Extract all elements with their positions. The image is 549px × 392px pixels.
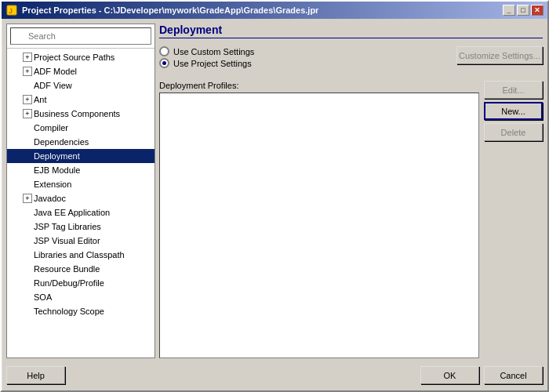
expand-icon[interactable]: +: [23, 53, 32, 62]
tree-item-ejb-module[interactable]: EJB Module: [7, 163, 155, 177]
project-settings-label: Use Project Settings: [173, 59, 252, 68]
tree-item-adf-model[interactable]: +ADF Model: [7, 64, 155, 78]
tree-item-label: EJB Module: [34, 165, 80, 175]
tree-item-run-debug-profile[interactable]: Run/Debug/Profile: [7, 276, 155, 290]
project-settings-radio-label[interactable]: Use Project Settings: [159, 58, 254, 68]
maximize-button[interactable]: □: [517, 5, 529, 16]
tree-item-label: Business Components: [34, 109, 120, 118]
tree-item-extension[interactable]: Extension: [7, 177, 155, 191]
custom-settings-radio[interactable]: [159, 46, 169, 56]
tree-item-javadoc[interactable]: +Javadoc: [7, 191, 155, 205]
expand-icon: [23, 236, 32, 245]
tree-item-compiler[interactable]: Compiler: [7, 121, 155, 135]
action-buttons: Edit... New... Delete: [484, 81, 543, 358]
tree-item-java-ee-application[interactable]: Java EE Application: [7, 205, 155, 220]
tree-item-business-components[interactable]: +Business Components: [7, 107, 155, 121]
title-bar-left: J Project Properties - C:\JDeveloper\myw…: [5, 4, 318, 16]
expand-icon: [23, 250, 32, 260]
tree-item-ant[interactable]: +Ant: [7, 93, 155, 107]
expand-icon[interactable]: +: [23, 194, 32, 203]
expand-icon: [23, 264, 32, 274]
edit-button[interactable]: Edit...: [484, 81, 543, 99]
tree-item-label: Deployment: [34, 151, 80, 161]
panel-title: Deployment: [159, 24, 543, 38]
right-panel: Deployment Use Custom Settings Use Proje…: [159, 24, 543, 358]
tree-item-label: JSP Tag Libraries: [34, 222, 101, 231]
tree-item-technology-scope[interactable]: Technology Scope: [7, 304, 155, 318]
expand-icon: [23, 151, 32, 161]
tree-item-label: Technology Scope: [34, 307, 104, 316]
custom-settings-radio-label[interactable]: Use Custom Settings: [159, 46, 254, 56]
tree-item-label: Resource Bundle: [34, 264, 100, 274]
custom-settings-label: Use Custom Settings: [173, 47, 254, 56]
ok-button[interactable]: OK: [420, 366, 479, 384]
tree-item-resource-bundle[interactable]: Resource Bundle: [7, 262, 155, 276]
expand-icon: [23, 292, 32, 302]
cancel-button[interactable]: Cancel: [484, 366, 543, 384]
expand-icon: [23, 208, 32, 217]
minimize-button[interactable]: _: [503, 5, 515, 16]
new-button[interactable]: New...: [484, 102, 543, 120]
expand-icon: [23, 222, 32, 231]
title-bar: J Project Properties - C:\JDeveloper\myw…: [2, 2, 547, 19]
profiles-container: Deployment Profiles:: [159, 81, 479, 358]
deployment-profiles-section: Deployment Profiles: Edit... New... Dele…: [159, 81, 543, 358]
search-input[interactable]: [10, 27, 151, 45]
title-buttons: _ □ ✕: [503, 5, 544, 16]
svg-text:J: J: [9, 7, 13, 15]
left-panel: 🔍 +Project Source Paths+ADF ModelADF Vie…: [6, 24, 155, 358]
tree-item-deployment[interactable]: Deployment: [7, 149, 155, 163]
help-button[interactable]: Help: [6, 366, 65, 384]
expand-icon: [23, 123, 32, 132]
tree-item-label: Javadoc: [34, 194, 66, 203]
expand-icon: [23, 81, 32, 90]
expand-icon: [23, 307, 32, 316]
tree-item-label: Extension: [34, 180, 71, 189]
close-button[interactable]: ✕: [531, 5, 544, 16]
tree-item-label: Ant: [34, 95, 47, 104]
search-wrapper: 🔍: [10, 27, 151, 45]
radio-group: Use Custom Settings Use Project Settings: [159, 46, 254, 68]
window-body: 🔍 +Project Source Paths+ADF ModelADF Vie…: [2, 19, 547, 390]
expand-icon: [23, 165, 32, 175]
tree-item-label: Project Source Paths: [34, 53, 115, 62]
tree-item-label: Libraries and Classpath: [34, 250, 125, 260]
tree-item-jsp-tag-libraries[interactable]: JSP Tag Libraries: [7, 220, 155, 234]
tree-item-label: Compiler: [34, 123, 68, 132]
expand-icon: [23, 180, 32, 189]
main-area: 🔍 +Project Source Paths+ADF ModelADF Vie…: [6, 24, 543, 358]
tree-area: +Project Source Paths+ADF ModelADF View+…: [7, 49, 155, 358]
window-title: Project Properties - C:\JDeveloper\mywor…: [22, 5, 318, 15]
tree-item-jsp-visual-editor[interactable]: JSP Visual Editor: [7, 234, 155, 248]
main-window: J Project Properties - C:\JDeveloper\myw…: [0, 0, 549, 392]
expand-icon: [23, 137, 32, 147]
tree-item-libraries-classpath[interactable]: Libraries and Classpath: [7, 248, 155, 262]
tree-item-label: Java EE Application: [34, 208, 110, 217]
profiles-list: [159, 93, 479, 358]
tree-item-label: JSP Visual Editor: [34, 236, 100, 245]
tree-item-adf-view[interactable]: ADF View: [7, 78, 155, 93]
profiles-label: Deployment Profiles:: [159, 81, 479, 90]
expand-icon[interactable]: +: [23, 95, 32, 104]
bottom-bar: Help OK Cancel: [6, 363, 543, 386]
search-area: 🔍: [7, 24, 155, 49]
expand-icon[interactable]: +: [23, 109, 32, 118]
project-settings-radio[interactable]: [159, 58, 169, 68]
tree-item-dependencies[interactable]: Dependencies: [7, 135, 155, 149]
tree-item-label: Dependencies: [34, 137, 89, 147]
tree-item-label: SOA: [34, 292, 52, 302]
tree-item-label: ADF Model: [34, 67, 77, 76]
tree-item-project-source-paths[interactable]: +Project Source Paths: [7, 50, 155, 64]
customize-settings-button[interactable]: Customize Settings...: [456, 46, 543, 64]
app-icon: J: [5, 4, 18, 16]
bottom-bar-right: OK Cancel: [420, 366, 543, 384]
tree-item-label: Run/Debug/Profile: [34, 278, 104, 288]
expand-icon: [23, 278, 32, 288]
expand-icon[interactable]: +: [23, 67, 32, 76]
delete-button[interactable]: Delete: [484, 123, 543, 141]
tree-item-soa[interactable]: SOA: [7, 290, 155, 304]
tree-item-label: ADF View: [34, 81, 72, 90]
